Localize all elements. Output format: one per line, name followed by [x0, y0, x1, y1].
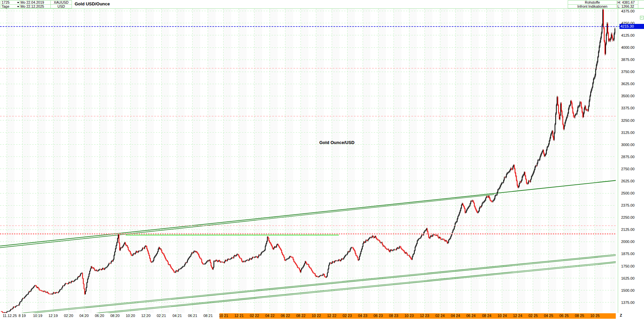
price-axis-label: 3625.00: [621, 82, 635, 86]
time-axis-label: 08 21: [200, 314, 216, 318]
time-axis-label: 04 23: [355, 314, 370, 318]
date-range-cell: Mo 22.04.2019 Mo 22.12.2025: [19, 0, 51, 8]
time-axis-label: 12 23: [417, 314, 432, 318]
chevron-down-icon: [17, 6, 19, 7]
time-axis-label: 08 24: [479, 314, 494, 318]
price-axis-label: 3125.00: [621, 131, 635, 135]
time-axis-label: 06 24: [463, 314, 479, 318]
last-price-badge: 4215.30: [619, 24, 644, 29]
period-value: 1725: [2, 1, 9, 4]
high-low-cell: H: 4381.67 L: 1266.32: [616, 0, 639, 8]
time-axis-label: 04 20: [76, 314, 92, 318]
background-bands: [7, 9, 618, 313]
price-axis-label: 2125.00: [621, 227, 635, 232]
time-axis-label: 02 24: [432, 314, 448, 318]
price-axis-label: 1750.00: [621, 264, 635, 268]
time-axis-label: 10 24: [494, 314, 510, 318]
time-axis-label: 12 19: [45, 314, 61, 318]
time-axis-label: 06 20: [92, 314, 107, 318]
time-axis-label: 06 22: [278, 314, 293, 318]
time-axis-label: 12 24: [510, 314, 525, 318]
price-axis-label: 2250.00: [621, 215, 635, 219]
time-axis-label: 12 22: [324, 314, 339, 318]
axis-collapse-icon[interactable]: [640, 16, 644, 20]
time-axis-label: 04 24: [448, 314, 463, 318]
time-axis-label: 8 19: [14, 314, 30, 318]
time-axis-label: 02 21: [154, 314, 169, 318]
period-unit-dropdown[interactable]: Tage: [1, 5, 20, 8]
price-axis-label: 3875.00: [621, 58, 635, 62]
price-axis-label: 4375.00: [621, 9, 635, 13]
time-axis-label: 10 22: [309, 314, 324, 318]
time-axis-label: 12 20: [138, 314, 154, 318]
time-axis-label: 06 23: [370, 314, 386, 318]
time-axis-label: 12 21: [231, 314, 247, 318]
time-axis-label: 10 19: [30, 314, 45, 318]
chart-header: 1725 Tage Mo 22.04.2019 Mo 22.12.2025 XA…: [0, 0, 644, 9]
price-axis-label: 4125.00: [621, 33, 635, 37]
time-axis-label: 10 25: [587, 314, 603, 318]
time-axis[interactable]: 11.12.25 Z 8 1910 1912 1902 2004 2006 20…: [0, 313, 644, 319]
time-axis-label: 10 20: [123, 314, 138, 318]
time-axis-label: 10 23: [401, 314, 417, 318]
date-to-field[interactable]: Mo 22.12.2025: [20, 5, 51, 8]
price-axis-label: 1875.00: [621, 252, 635, 256]
source-cell: Rohstoffe Infront Indikationen: [568, 0, 617, 8]
time-axis-label: 08 20: [107, 314, 123, 318]
period-unit: Tage: [2, 5, 9, 8]
price-axis-label: 3000.00: [621, 143, 635, 147]
price-axis-label: 3250.00: [621, 118, 635, 122]
time-axis-label: 06 21: [185, 314, 200, 318]
price-axis-label: 2375.00: [621, 203, 635, 207]
price-axis-label: 3750.00: [621, 70, 635, 74]
price-axis-label: 4000.00: [621, 45, 635, 49]
currency-label: USD: [51, 5, 72, 8]
price-axis-label: 2000.00: [621, 240, 635, 244]
time-axis-label: 02 22: [247, 314, 262, 318]
source-label: Infront Indikationen: [568, 5, 617, 8]
time-axis-label: 04 25: [541, 314, 556, 318]
time-axis-label: 06 25: [556, 314, 572, 318]
time-axis-label: 08 22: [293, 314, 309, 318]
price-axis-label: 2500.00: [621, 191, 635, 195]
time-axis-label: 04 22: [262, 314, 278, 318]
period-cell: 1725 Tage: [1, 0, 20, 8]
z-axis-label: Z: [620, 313, 622, 317]
price-axis-label: 2625.00: [621, 179, 635, 183]
low-value: L: 1266.32: [617, 5, 638, 8]
price-axis-label: 2875.00: [621, 155, 635, 159]
header-spacer-cell: [638, 0, 644, 8]
price-axis-label: 3375.00: [621, 106, 635, 110]
time-axis-label: 04 21: [169, 314, 185, 318]
page-title: Gold USD/Ounce: [75, 0, 110, 8]
price-chart-canvas[interactable]: [0, 0, 644, 319]
time-axis-label: 10 21: [216, 314, 231, 318]
price-axis-label: 2750.00: [621, 167, 635, 171]
price-axis-label: 1625.00: [621, 276, 635, 280]
time-axis-label: 08 25: [572, 314, 587, 318]
chart-watermark: Gold Ounce/USD: [319, 140, 355, 145]
time-axis-label: 02 20: [61, 314, 76, 318]
price-axis-label: 1375.00: [621, 300, 635, 305]
price-axis-label: 1500.00: [621, 288, 635, 292]
symbol-cell: XAUUSD USD: [50, 0, 72, 8]
trading-app-window: 1725 Tage Mo 22.04.2019 Mo 22.12.2025 XA…: [0, 0, 644, 319]
time-axis-label: 08 23: [386, 314, 401, 318]
price-axis-label: 3500.00: [621, 94, 635, 98]
time-axis-label: 02 23: [339, 314, 355, 318]
time-axis-label: 02 25: [525, 314, 541, 318]
chevron-down-icon: [17, 2, 19, 3]
